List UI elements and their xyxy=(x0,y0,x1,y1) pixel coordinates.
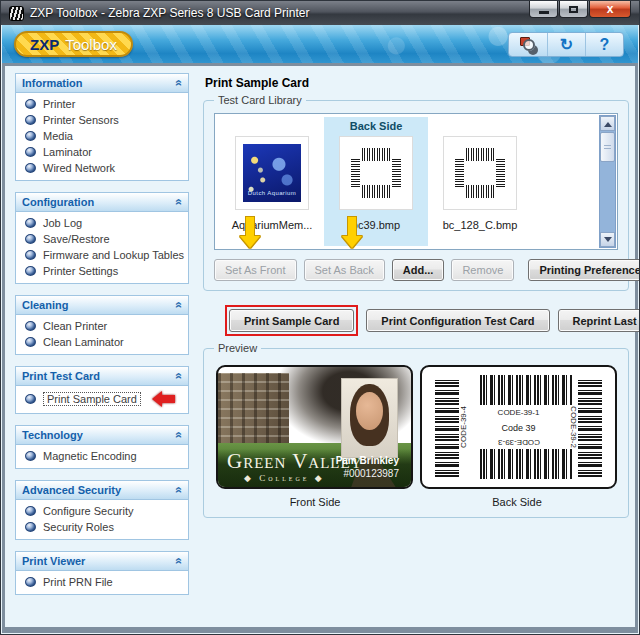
printing-preferences-button[interactable]: Printing Preferences xyxy=(528,259,640,281)
scroll-down-button[interactable] xyxy=(600,232,615,247)
library-card-bc128[interactable]: bc_128_C.bmp xyxy=(428,117,532,246)
sidebar-item-print-sample-card[interactable]: Print Sample Card xyxy=(16,389,188,409)
orb-icon xyxy=(25,163,36,173)
print-configuration-test-card-button[interactable]: Print Configuration Test Card xyxy=(366,309,549,332)
close-button[interactable]: x xyxy=(589,1,631,18)
maximize-icon xyxy=(569,6,578,13)
section-header-print-test-card[interactable]: Print Test Card xyxy=(16,367,188,386)
orb-icon xyxy=(25,234,36,244)
printer-search-button[interactable] xyxy=(509,33,547,56)
orb-icon xyxy=(25,99,36,109)
sidebar-item-clean-printer[interactable]: Clean Printer xyxy=(16,318,188,334)
collapse-icon[interactable] xyxy=(172,373,186,380)
section-header-advanced-security[interactable]: Advanced Security xyxy=(16,481,188,500)
set-as-front-button[interactable]: Set As Front xyxy=(214,259,297,281)
back-card-preview: CODE-39-4 CODE-39-2 CODE-39-1 Code 39 CO… xyxy=(420,365,617,489)
action-buttons: Print Sample Card Print Configuration Te… xyxy=(225,305,631,336)
section-header-cleaning[interactable]: Cleaning xyxy=(16,296,188,315)
add-button[interactable]: Add... xyxy=(392,259,445,281)
collapse-icon[interactable] xyxy=(172,199,186,206)
collapse-icon[interactable] xyxy=(172,558,186,565)
refresh-button[interactable]: ↻ xyxy=(547,33,585,56)
library-buttons: Set As Front Set As Back Add... Remove P… xyxy=(214,259,618,281)
sidebar-item-job-log[interactable]: Job Log xyxy=(16,215,188,231)
library-card-aquarium[interactable]: Dutch Aquarium AquariumMem... xyxy=(220,117,324,246)
side-label: Back Side xyxy=(350,120,403,135)
cardholder-name: Pam Brinkley xyxy=(336,455,399,466)
sidebar-item-media[interactable]: Media xyxy=(16,128,188,144)
minimize-icon xyxy=(539,11,549,14)
preview-body: Green Valley ◆ College ◆ Pam Brinkley #0… xyxy=(214,361,618,489)
print-sample-card-button[interactable]: Print Sample Card xyxy=(229,309,354,332)
sidebar-item-printer[interactable]: Printer xyxy=(16,96,188,112)
thumbnail xyxy=(443,136,517,210)
sidebar-item-wired-network[interactable]: Wired Network xyxy=(16,160,188,176)
header-toolbar: ↻ ? xyxy=(508,32,624,57)
item-label: Print PRN File xyxy=(43,576,113,588)
main-content: Print Sample Card Test Card Library Dutc… xyxy=(197,70,631,532)
orb-icon xyxy=(25,250,36,260)
sidebar-item-print-prn-file[interactable]: Print PRN File xyxy=(16,574,188,590)
barcode-thumbnail-image xyxy=(347,144,405,202)
thumbnail: Dutch Aquarium xyxy=(235,136,309,210)
collapse-icon[interactable] xyxy=(172,487,186,494)
orb-icon xyxy=(25,506,36,516)
sidebar-item-security-roles[interactable]: Security Roles xyxy=(16,519,188,535)
preview-captions: Front Side Back Side xyxy=(214,496,618,508)
college-subtitle: ◆ College ◆ xyxy=(244,473,325,483)
sidebar-item-firmware-lookup[interactable]: Firmware and Lookup Tables xyxy=(16,247,188,263)
portrait-photo xyxy=(341,378,398,458)
section-header-configuration[interactable]: Configuration xyxy=(16,193,188,212)
printer-search-icon xyxy=(520,37,536,53)
section-title: Information xyxy=(22,77,83,89)
sidebar-item-magnetic-encoding[interactable]: Magnetic Encoding xyxy=(16,448,188,464)
section-title: Advanced Security xyxy=(22,484,121,496)
scrollbar-thumb[interactable] xyxy=(600,132,615,162)
app-window: ZXP Toolbox - Zebra ZXP Series 8 USB Car… xyxy=(0,0,640,635)
section-header-print-viewer[interactable]: Print Viewer xyxy=(16,552,188,571)
minimize-button[interactable] xyxy=(529,1,558,18)
window-controls: x xyxy=(529,1,631,18)
barcode-left xyxy=(435,377,459,477)
section-header-technology[interactable]: Technology xyxy=(16,426,188,445)
section-advanced-security: Advanced Security Configure Security Sec… xyxy=(15,480,189,540)
portrait-face xyxy=(356,392,383,430)
collapse-icon[interactable] xyxy=(172,302,186,309)
barcode-label-center: Code 39 xyxy=(501,423,535,433)
section-print-test-card: Print Test Card Print Sample Card xyxy=(15,366,189,414)
item-label: Clean Printer xyxy=(43,320,107,332)
thumb-caption: Dutch Aquarium xyxy=(248,190,296,196)
item-label: Security Roles xyxy=(43,521,114,533)
annotation-yellow-arrow-set-front xyxy=(240,217,260,251)
section-header-information[interactable]: Information xyxy=(16,74,188,93)
help-button[interactable]: ? xyxy=(585,33,623,56)
sidebar-item-configure-security[interactable]: Configure Security xyxy=(16,503,188,519)
barcode-thumbnail-image xyxy=(451,144,509,202)
sidebar-item-clean-laminator[interactable]: Clean Laminator xyxy=(16,334,188,350)
orb-icon xyxy=(25,522,36,532)
annotation-red-box: Print Sample Card xyxy=(225,305,358,336)
collapse-icon[interactable] xyxy=(172,80,186,87)
sidebar-item-printer-settings[interactable]: Printer Settings xyxy=(16,263,188,279)
reprint-last-card-button[interactable]: Reprint Last Card xyxy=(558,309,640,332)
barcode-label-right: CODE-39-2 xyxy=(570,406,579,448)
front-card-preview: Green Valley ◆ College ◆ Pam Brinkley #0… xyxy=(216,365,413,489)
item-label: Laminator xyxy=(43,146,92,158)
item-label: Save/Restore xyxy=(43,233,110,245)
sidebar-item-printer-sensors[interactable]: Printer Sensors xyxy=(16,112,188,128)
item-label: Media xyxy=(43,130,73,142)
section-title: Technology xyxy=(22,429,83,441)
orb-icon xyxy=(25,131,36,141)
library-card-bc39-selected[interactable]: Back Side bc39.bmp xyxy=(324,117,428,246)
sidebar-item-laminator[interactable]: Laminator xyxy=(16,144,188,160)
header-band: ZXP Toolbox ↻ ? xyxy=(2,25,638,63)
library-scrollbar[interactable] xyxy=(599,115,616,248)
item-label: Configure Security xyxy=(43,505,134,517)
collapse-icon[interactable] xyxy=(172,432,186,439)
remove-button[interactable]: Remove xyxy=(451,259,514,281)
set-as-back-button[interactable]: Set As Back xyxy=(304,259,385,281)
sidebar-item-save-restore[interactable]: Save/Restore xyxy=(16,231,188,247)
section-configuration: Configuration Job Log Save/Restore Firmw… xyxy=(15,192,189,284)
maximize-button[interactable] xyxy=(559,1,588,18)
scroll-up-button[interactable] xyxy=(600,116,615,131)
